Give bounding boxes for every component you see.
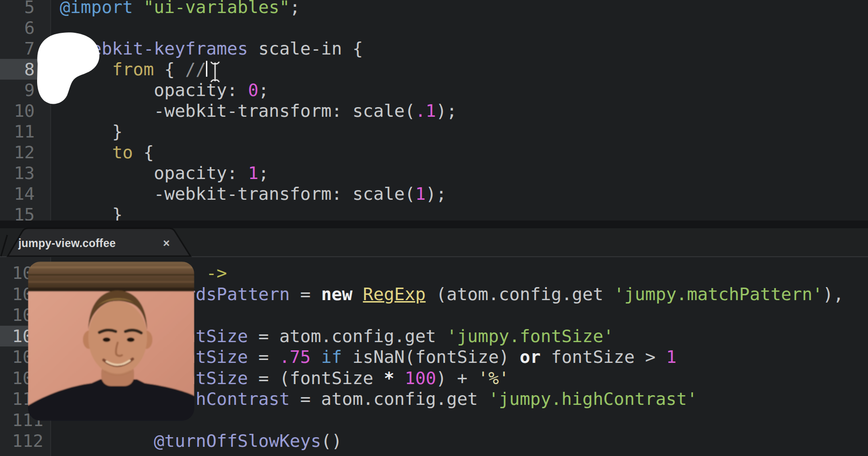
code-line-11[interactable]: 11 } <box>0 121 868 142</box>
gutter-line-number: 5 <box>0 0 50 17</box>
code-line-14[interactable]: 14 -webkit-transform: scale(1); <box>0 183 868 204</box>
code-text[interactable]: } <box>50 121 122 142</box>
text-cursor <box>206 61 207 77</box>
gutter-line-number: 12 <box>0 142 50 163</box>
tab-bar: jumpy-view.coffee × <box>0 221 868 257</box>
code-line-6[interactable]: 6 <box>0 17 868 38</box>
code-line-7[interactable]: 7@-webkit-keyframes scale-in { <box>0 38 868 59</box>
gutter-line-number: 15 <box>0 204 50 221</box>
face <box>88 301 147 374</box>
tab-close-icon[interactable]: × <box>159 236 174 250</box>
ibeam-pointer-icon <box>209 60 222 84</box>
gutter-line-number: 14 <box>0 183 50 204</box>
code-line-9[interactable]: 9 opacity: 0; <box>0 80 868 100</box>
code-text[interactable]: to { <box>50 142 154 163</box>
code-text[interactable]: opacity: 1; <box>50 163 269 183</box>
white-blob-annotation <box>22 25 104 108</box>
photo-graphic <box>28 262 194 421</box>
tab-jumpy-view-coffee[interactable]: jumpy-view.coffee <box>18 237 144 250</box>
gutter-line-number: 13 <box>0 163 50 183</box>
code-line-8[interactable]: 8 from { // <box>0 59 868 80</box>
code-line-12[interactable]: 12 to { <box>0 142 868 163</box>
code-line-5[interactable]: 5@import "ui-variables"; <box>0 0 868 17</box>
editor-window: 5@import "ui-variables";67@-webkit-keyfr… <box>0 0 868 456</box>
code-line-10[interactable]: 10 -webkit-transform: scale(.1); <box>0 100 868 121</box>
previous-tab-edge <box>1 235 7 256</box>
code-text[interactable]: -webkit-transform: scale(.1); <box>50 100 457 121</box>
code-line-13[interactable]: 13 opacity: 1; <box>0 163 868 183</box>
code-text[interactable]: } <box>50 204 122 221</box>
code-text[interactable]: @import "ui-variables"; <box>50 0 300 17</box>
code-line-15[interactable]: 15 } <box>0 204 868 221</box>
top-editor-pane[interactable]: 5@import "ui-variables";67@-webkit-keyfr… <box>0 0 868 221</box>
top-code-rows: 5@import "ui-variables";67@-webkit-keyfr… <box>0 0 868 221</box>
code-text[interactable]: @turnOffSlowKeys() <box>50 430 342 452</box>
gutter-line-number: 11 <box>0 121 50 142</box>
code-text[interactable]: -webkit-transform: scale(1); <box>50 183 447 204</box>
webcam-avatar-photo <box>28 262 194 421</box>
gutter-line-number: 112 <box>0 430 50 452</box>
code-line-112[interactable]: 112 @turnOffSlowKeys() <box>0 430 868 452</box>
